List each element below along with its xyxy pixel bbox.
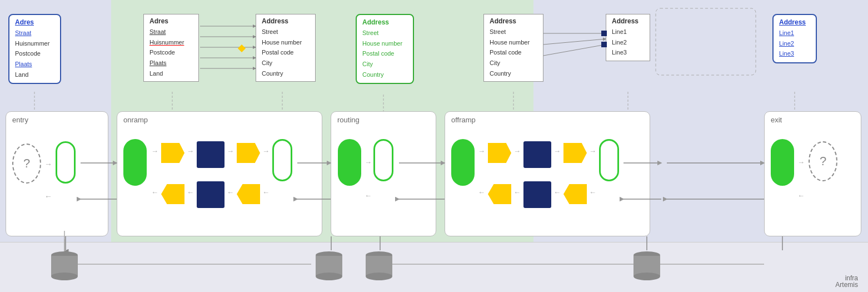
off-rarr1: ← [589, 188, 596, 196]
address-onramp-title: Address [262, 17, 310, 25]
addr-green-country: Country [362, 70, 407, 80]
adres-middle-box: Adres Straat Huisnummer Postcode Plaats … [143, 14, 199, 82]
address-offramp-title: Address [490, 17, 537, 25]
entry-pill-outline [56, 141, 76, 184]
off-arr2: → [513, 147, 521, 155]
adres-left-huisnummer: Huisnummer [15, 38, 54, 49]
onramp-label: onramp [123, 116, 148, 124]
exit-arr-left: ← [797, 191, 805, 200]
on-arr3: → [227, 147, 234, 155]
on-rarr2: ← [227, 188, 234, 196]
offramp-navy2 [523, 181, 551, 208]
adres-middle-plaats: Plaats [149, 58, 193, 68]
entry-arrow-right1: → [44, 160, 52, 169]
exit-label: exit [771, 116, 782, 124]
onramp-green-pill [123, 139, 147, 186]
entry-label: entry [12, 116, 28, 124]
addr-country: Country [262, 68, 310, 79]
addr-postalcode: Postal code [262, 47, 310, 58]
address-green-box: Address Street House number Postal code … [356, 14, 414, 84]
addr-green-street: Street [362, 28, 407, 38]
addr-green-housenumber: House number [362, 38, 407, 49]
address-green-title: Address [362, 18, 407, 26]
address-right1-box: Address Line1 Line2 Line3 [606, 14, 650, 61]
offramp-label: offramp [451, 116, 476, 124]
off-arr4: → [589, 147, 596, 155]
rout-arr2: ← [365, 191, 372, 200]
adres-left-straat: Straat [15, 28, 54, 38]
artemis-label: Artemis [835, 281, 858, 289]
onramp-navy1 [197, 141, 225, 168]
adres-left-land: Land [15, 70, 54, 80]
offramp-navy1 [523, 141, 551, 168]
address-offramp-box: Address Street House number Postal code … [483, 14, 543, 82]
addr-housenumber: House number [262, 37, 310, 48]
address-onramp-box: Address Street House number Postal code … [256, 14, 316, 82]
on-rarr3: ← [187, 188, 194, 196]
adres-left-title: Adres [15, 18, 54, 26]
rout-arr1: → [365, 158, 372, 166]
adres-middle-straat: Straat [149, 27, 193, 37]
addr-green-city: City [362, 59, 407, 70]
adres-middle-huisnummer: Huisnummer [149, 37, 193, 48]
offramp-pill-outline [599, 139, 619, 181]
address-right2-title: Address [779, 18, 810, 26]
off-rarr3: ← [513, 188, 521, 196]
onramp-pill-outline [272, 139, 292, 181]
address-right2-box: Address Line1 Line2 Line3 [772, 14, 817, 63]
adres-middle-postcode: Postcode [149, 47, 193, 58]
infra-bar [0, 242, 868, 292]
routing-label: routing [337, 116, 360, 124]
adres-middle-land: Land [149, 68, 193, 79]
routing-green-pill [338, 139, 361, 186]
exit-arr-right: → [797, 158, 805, 166]
onramp-navy2 [197, 181, 225, 208]
adres-middle-title: Adres [149, 17, 193, 25]
adres-left-postcode: Postcode [15, 48, 54, 59]
on-rarr1: ← [262, 188, 270, 196]
on-arr2: → [187, 147, 194, 155]
exit-green-pill [771, 139, 794, 186]
addr-street: Street [262, 27, 310, 37]
addr-green-postalcode: Postal code [362, 48, 407, 59]
entry-arrow-left1: ← [44, 192, 52, 201]
routing-pill-outline [373, 139, 393, 181]
offramp-green-pill [451, 139, 475, 186]
on-arr1: → [151, 147, 158, 155]
on-rarr4: ← [151, 188, 158, 196]
off-rarr2: ← [553, 188, 561, 196]
addr-city: City [262, 58, 310, 68]
offramp-zone-box [445, 111, 650, 236]
off-rarr4: ← [478, 188, 485, 196]
exit-question-mark: ? [809, 141, 837, 181]
adres-left-plaats: Plaats [15, 59, 54, 70]
off-arr3: → [553, 147, 561, 155]
entry-question-mark: ? [12, 143, 41, 184]
on-arr4: → [262, 147, 270, 155]
off-arr1: → [478, 147, 485, 155]
adres-left-box: Adres Straat Huisnummer Postcode Plaats … [8, 14, 61, 84]
